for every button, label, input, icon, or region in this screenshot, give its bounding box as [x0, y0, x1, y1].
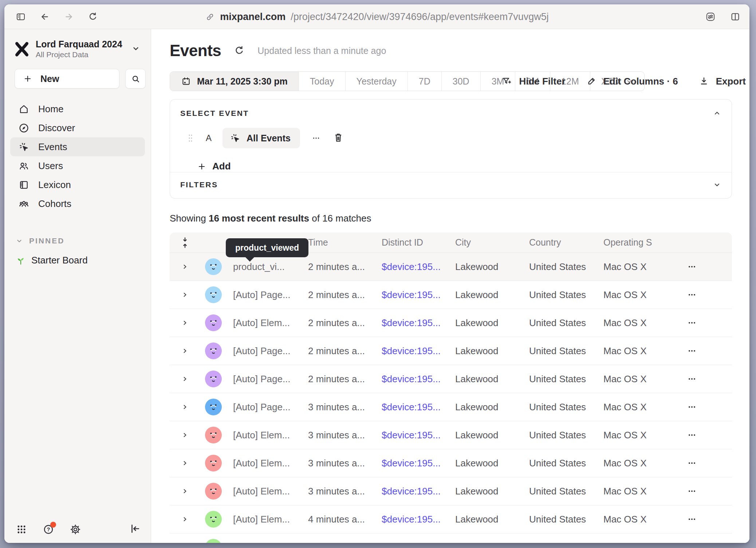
event-time: 2 minutes a...	[302, 345, 375, 357]
date-preset-yesterday[interactable]: Yesterday	[346, 72, 408, 91]
distinct-id-link[interactable]: $device:195...	[382, 317, 441, 328]
sidebar-item-discover[interactable]: Discover	[10, 118, 145, 137]
column-header-distinct-id[interactable]: Distinct ID	[375, 237, 449, 248]
address-bar[interactable]: mixpanel.com/project/3472420/view/397469…	[205, 4, 549, 29]
row-expand-chevron[interactable]	[181, 515, 189, 524]
column-header-country[interactable]: Country	[523, 237, 597, 248]
distinct-id-link[interactable]: $device:195...	[382, 486, 441, 497]
sidebar-item-lexicon[interactable]: Lexicon	[10, 175, 145, 194]
row-expand-chevron[interactable]	[181, 290, 189, 299]
date-preset-7d[interactable]: 7D	[408, 72, 442, 91]
sidebar-item-home[interactable]: Home	[10, 99, 145, 118]
distinct-id-link[interactable]: $device:195...	[382, 514, 441, 525]
hide-filter-button[interactable]: Hide Filter	[501, 76, 565, 87]
distinct-id-link[interactable]: $device:195...	[382, 458, 441, 469]
row-more-button[interactable]	[685, 316, 699, 330]
browser-toolbar: mixpanel.com/project/3472420/view/397469…	[4, 4, 749, 29]
table-row[interactable]: [Auto] Elem... 3 minutes a... $device:19…	[170, 421, 732, 449]
event-name: [Auto] Elem...	[227, 317, 302, 329]
main-content: Events Updated less than a minute ago Ma…	[151, 29, 749, 543]
avatar-face-icon	[205, 314, 222, 331]
sidebar-item-cohorts[interactable]: Cohorts	[10, 194, 145, 213]
new-button[interactable]: New	[15, 69, 119, 89]
row-more-button[interactable]	[685, 512, 699, 527]
table-row[interactable]: [Auto] Elem... 3 minutes a... $device:19…	[170, 477, 732, 505]
row-more-button[interactable]	[685, 428, 699, 442]
column-header-city[interactable]: City	[449, 237, 523, 248]
collapse-all-button[interactable]	[180, 236, 190, 249]
date-picker-button[interactable]: Mar 11, 2025 3:30 pm	[170, 72, 299, 91]
event-country: United States	[523, 486, 597, 497]
search-button[interactable]	[125, 69, 146, 89]
add-event-button[interactable]: Add	[197, 161, 241, 172]
sidebar-item-events[interactable]: Events	[10, 137, 145, 156]
table-row[interactable]	[170, 533, 732, 543]
event-name-tooltip: product_viewed	[226, 238, 308, 257]
row-expand-chevron[interactable]	[181, 403, 189, 411]
row-more-button[interactable]	[685, 344, 699, 358]
row-more-button[interactable]	[685, 456, 699, 470]
back-button[interactable]	[39, 11, 50, 22]
events-table: Time Distinct ID City Country Operating …	[170, 232, 732, 543]
chevron-down-icon[interactable]	[713, 180, 721, 189]
table-row[interactable]: [Auto] Elem... 4 minutes a... $device:19…	[170, 505, 732, 533]
edit-columns-button[interactable]: Edit Columns · 6	[586, 76, 678, 87]
pinned-section-header[interactable]: PINNED	[4, 236, 151, 245]
table-row[interactable]: [Auto] Page... 2 minutes a... $device:19…	[170, 337, 732, 365]
row-expand-chevron[interactable]	[181, 431, 189, 439]
table-row[interactable]: [Auto] Page... 2 minutes a... $device:19…	[170, 281, 732, 309]
refresh-button[interactable]	[233, 45, 245, 56]
event-more-button[interactable]	[310, 132, 323, 145]
row-more-button[interactable]	[685, 259, 699, 274]
search-icon	[131, 74, 141, 84]
forward-button[interactable]	[63, 11, 74, 22]
distinct-id-link[interactable]: $device:195...	[382, 289, 441, 300]
delete-event-button[interactable]	[332, 132, 345, 145]
row-expand-chevron[interactable]	[181, 375, 189, 383]
split-view-button[interactable]	[730, 11, 741, 22]
download-icon	[698, 76, 709, 87]
table-row[interactable]: [Auto] Elem... 2 minutes a... $device:19…	[170, 309, 732, 337]
reload-button[interactable]	[87, 11, 98, 22]
event-selector-button[interactable]: All Events	[223, 128, 300, 148]
distinct-id-link[interactable]: $device:195...	[382, 373, 441, 384]
distinct-id-link[interactable]: $device:195...	[382, 345, 441, 356]
date-preset-30d[interactable]: 30D	[442, 72, 481, 91]
avatar-face-icon	[205, 483, 222, 500]
row-expand-chevron[interactable]	[181, 459, 189, 467]
distinct-id-link[interactable]: $device:195...	[382, 261, 441, 272]
chevron-down-icon	[131, 44, 141, 55]
page-settings-button[interactable]	[705, 11, 716, 22]
column-header-os[interactable]: Operating S	[597, 237, 681, 248]
row-more-button[interactable]	[685, 372, 699, 386]
table-row[interactable]: [Auto] Elem... 3 minutes a... $device:19…	[170, 449, 732, 477]
distinct-id-link[interactable]: $device:195...	[382, 430, 441, 441]
row-more-button[interactable]	[685, 484, 699, 498]
help-button[interactable]: ?	[42, 523, 55, 536]
row-expand-chevron[interactable]	[181, 262, 189, 271]
row-expand-chevron[interactable]	[181, 347, 189, 355]
column-header-time[interactable]: Time	[302, 237, 375, 248]
table-row[interactable]: [Auto] Page... 3 minutes a... $device:19…	[170, 393, 732, 421]
event-avatar	[205, 258, 222, 275]
drag-handle[interactable]	[186, 133, 195, 144]
sidebar-item-users[interactable]: Users	[10, 156, 145, 175]
row-more-button[interactable]	[685, 287, 699, 302]
sidebar-toggle-button[interactable]	[15, 11, 26, 22]
trash-icon	[332, 132, 344, 144]
export-button[interactable]: Export	[698, 76, 746, 87]
project-name: Lord Farquaad 2024	[36, 39, 125, 50]
row-expand-chevron[interactable]	[181, 318, 189, 327]
settings-button[interactable]	[69, 523, 82, 536]
row-expand-chevron[interactable]	[181, 487, 189, 496]
sidebar-item-starter-board[interactable]: Starter Board	[4, 255, 151, 266]
date-preset-today[interactable]: Today	[299, 72, 346, 91]
apps-grid-button[interactable]	[15, 523, 28, 536]
chevron-up-icon[interactable]	[713, 109, 721, 118]
distinct-id-link[interactable]: $device:195...	[382, 402, 441, 412]
results-summary: Showing 16 most recent results of 16 mat…	[170, 213, 371, 224]
row-more-button[interactable]	[685, 400, 699, 414]
collapse-sidebar-button[interactable]	[129, 522, 142, 536]
project-switcher[interactable]: Lord Farquaad 2024 All Project Data	[4, 29, 151, 59]
table-row[interactable]: [Auto] Page... 2 minutes a... $device:19…	[170, 365, 732, 393]
